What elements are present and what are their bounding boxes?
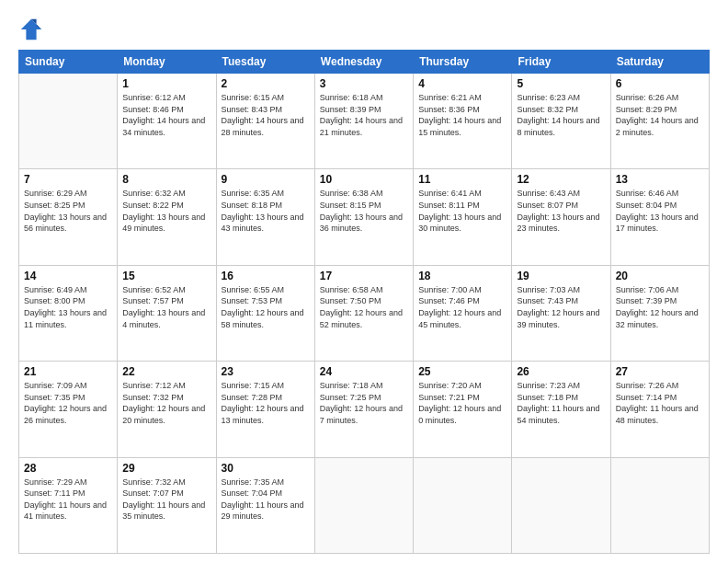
day-cell: 10 Sunrise: 6:38 AM Sunset: 8:15 PM Dayl… <box>314 169 413 265</box>
page: SundayMondayTuesdayWednesdayThursdayFrid… <box>0 0 728 563</box>
day-info: Sunrise: 6:58 AM Sunset: 7:50 PM Dayligh… <box>320 284 408 330</box>
daylight: Daylight: 12 hours and 45 minutes. <box>418 307 506 330</box>
daylight: Daylight: 12 hours and 32 minutes. <box>616 307 704 330</box>
daylight: Daylight: 12 hours and 0 minutes. <box>418 403 506 426</box>
sunrise: Sunrise: 6:55 AM <box>222 284 310 296</box>
day-number: 16 <box>222 270 310 282</box>
sunrise: Sunrise: 7:29 AM <box>24 477 112 488</box>
daylight: Daylight: 12 hours and 7 minutes. <box>320 403 408 426</box>
daylight: Daylight: 13 hours and 36 minutes. <box>320 212 408 235</box>
sunset: Sunset: 7:25 PM <box>320 392 408 404</box>
day-cell <box>512 457 610 553</box>
day-number: 12 <box>517 173 605 186</box>
day-cell: 13 Sunrise: 6:46 AM Sunset: 8:04 PM Dayl… <box>610 169 709 265</box>
sunset: Sunset: 8:46 PM <box>122 104 210 116</box>
sunset: Sunset: 7:07 PM <box>122 488 210 500</box>
daylight: Daylight: 12 hours and 20 minutes. <box>122 403 210 426</box>
day-cell: 26 Sunrise: 7:23 AM Sunset: 7:18 PM Dayl… <box>512 362 610 457</box>
sunset: Sunset: 7:11 PM <box>24 488 112 500</box>
day-cell: 27 Sunrise: 7:26 AM Sunset: 7:14 PM Dayl… <box>610 362 709 457</box>
day-cell: 25 Sunrise: 7:20 AM Sunset: 7:21 PM Dayl… <box>414 362 512 457</box>
day-cell: 3 Sunrise: 6:18 AM Sunset: 8:39 PM Dayli… <box>314 74 413 169</box>
day-cell: 9 Sunrise: 6:35 AM Sunset: 8:18 PM Dayli… <box>216 169 314 265</box>
day-info: Sunrise: 6:35 AM Sunset: 8:18 PM Dayligh… <box>222 188 310 234</box>
day-number: 10 <box>320 173 408 186</box>
day-number: 20 <box>616 270 704 282</box>
sunset: Sunset: 7:39 PM <box>616 295 704 307</box>
daylight: Daylight: 13 hours and 56 minutes. <box>24 212 112 235</box>
sunset: Sunset: 7:28 PM <box>222 392 310 404</box>
daylight: Daylight: 11 hours and 41 minutes. <box>24 500 112 523</box>
day-cell: 16 Sunrise: 6:55 AM Sunset: 7:53 PM Dayl… <box>216 265 314 361</box>
daylight: Daylight: 14 hours and 8 minutes. <box>517 115 605 138</box>
day-number: 2 <box>222 77 310 90</box>
sunrise: Sunrise: 6:23 AM <box>517 92 605 104</box>
sunrise: Sunrise: 6:49 AM <box>24 284 112 296</box>
day-info: Sunrise: 7:20 AM Sunset: 7:21 PM Dayligh… <box>418 380 506 426</box>
day-info: Sunrise: 7:06 AM Sunset: 7:39 PM Dayligh… <box>616 284 704 330</box>
sunset: Sunset: 8:00 PM <box>24 295 112 307</box>
day-info: Sunrise: 6:43 AM Sunset: 8:07 PM Dayligh… <box>517 188 605 234</box>
sunrise: Sunrise: 6:26 AM <box>616 92 704 104</box>
day-cell: 20 Sunrise: 7:06 AM Sunset: 7:39 PM Dayl… <box>610 265 709 361</box>
daylight: Daylight: 13 hours and 30 minutes. <box>418 212 506 235</box>
sunset: Sunset: 7:43 PM <box>517 295 605 307</box>
weekday-header-saturday: Saturday <box>610 51 709 74</box>
day-info: Sunrise: 7:23 AM Sunset: 7:18 PM Dayligh… <box>517 380 605 426</box>
logo-icon <box>18 17 44 42</box>
day-info: Sunrise: 7:26 AM Sunset: 7:14 PM Dayligh… <box>616 380 704 426</box>
weekday-header-row: SundayMondayTuesdayWednesdayThursdayFrid… <box>19 51 710 74</box>
day-info: Sunrise: 6:52 AM Sunset: 7:57 PM Dayligh… <box>122 284 210 330</box>
sunset: Sunset: 8:22 PM <box>122 200 210 212</box>
day-info: Sunrise: 7:35 AM Sunset: 7:04 PM Dayligh… <box>222 477 310 523</box>
day-cell: 18 Sunrise: 7:00 AM Sunset: 7:46 PM Dayl… <box>414 265 512 361</box>
sunrise: Sunrise: 7:35 AM <box>222 477 310 488</box>
sunset: Sunset: 8:04 PM <box>616 200 704 212</box>
sunrise: Sunrise: 6:29 AM <box>24 188 112 200</box>
weekday-header-tuesday: Tuesday <box>216 51 314 74</box>
sunset: Sunset: 8:07 PM <box>517 200 605 212</box>
day-number: 5 <box>517 77 605 90</box>
day-info: Sunrise: 6:38 AM Sunset: 8:15 PM Dayligh… <box>320 188 408 234</box>
sunset: Sunset: 8:25 PM <box>24 200 112 212</box>
day-cell: 19 Sunrise: 7:03 AM Sunset: 7:43 PM Dayl… <box>512 265 610 361</box>
weekday-header-friday: Friday <box>512 51 610 74</box>
daylight: Daylight: 13 hours and 11 minutes. <box>24 307 112 330</box>
calendar: SundayMondayTuesdayWednesdayThursdayFrid… <box>18 50 710 554</box>
day-number: 15 <box>122 270 210 282</box>
day-info: Sunrise: 6:55 AM Sunset: 7:53 PM Dayligh… <box>222 284 310 330</box>
day-number: 1 <box>122 77 210 90</box>
sunrise: Sunrise: 7:32 AM <box>122 477 210 488</box>
sunset: Sunset: 7:04 PM <box>222 488 310 500</box>
day-cell: 23 Sunrise: 7:15 AM Sunset: 7:28 PM Dayl… <box>216 362 314 457</box>
sunrise: Sunrise: 7:09 AM <box>24 380 112 392</box>
day-info: Sunrise: 7:32 AM Sunset: 7:07 PM Dayligh… <box>122 477 210 523</box>
day-info: Sunrise: 6:32 AM Sunset: 8:22 PM Dayligh… <box>122 188 210 234</box>
daylight: Daylight: 13 hours and 23 minutes. <box>517 212 605 235</box>
day-number: 14 <box>24 270 112 282</box>
day-cell: 29 Sunrise: 7:32 AM Sunset: 7:07 PM Dayl… <box>118 457 216 553</box>
sunrise: Sunrise: 6:38 AM <box>320 188 408 200</box>
week-row-3: 14 Sunrise: 6:49 AM Sunset: 8:00 PM Dayl… <box>19 265 710 361</box>
day-info: Sunrise: 6:12 AM Sunset: 8:46 PM Dayligh… <box>122 92 210 138</box>
daylight: Daylight: 14 hours and 28 minutes. <box>222 115 310 138</box>
weekday-header-monday: Monday <box>118 51 216 74</box>
day-cell: 15 Sunrise: 6:52 AM Sunset: 7:57 PM Dayl… <box>118 265 216 361</box>
day-cell: 24 Sunrise: 7:18 AM Sunset: 7:25 PM Dayl… <box>314 362 413 457</box>
day-number: 22 <box>122 365 210 378</box>
sunrise: Sunrise: 6:15 AM <box>222 92 310 104</box>
sunset: Sunset: 7:32 PM <box>122 392 210 404</box>
day-number: 3 <box>320 77 408 90</box>
day-cell: 12 Sunrise: 6:43 AM Sunset: 8:07 PM Dayl… <box>512 169 610 265</box>
daylight: Daylight: 13 hours and 4 minutes. <box>122 307 210 330</box>
sunrise: Sunrise: 7:18 AM <box>320 380 408 392</box>
day-info: Sunrise: 6:18 AM Sunset: 8:39 PM Dayligh… <box>320 92 408 138</box>
sunset: Sunset: 7:50 PM <box>320 295 408 307</box>
day-cell: 14 Sunrise: 6:49 AM Sunset: 8:00 PM Dayl… <box>19 265 118 361</box>
day-number: 24 <box>320 365 408 378</box>
logo <box>18 17 47 42</box>
sunrise: Sunrise: 6:18 AM <box>320 92 408 104</box>
sunset: Sunset: 8:18 PM <box>222 200 310 212</box>
day-number: 17 <box>320 270 408 282</box>
day-number: 11 <box>418 173 506 186</box>
